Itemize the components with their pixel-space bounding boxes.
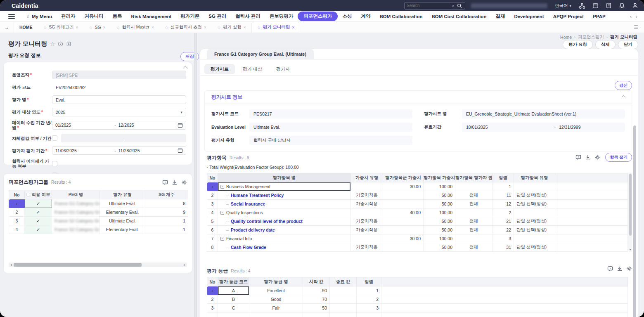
apply-checkbox-cell[interactable]: ✓ bbox=[25, 217, 52, 225]
grade-code-cell[interactable]: A bbox=[218, 286, 249, 295]
table-row[interactable]: 2 Humane Treatment Policy 가중치적용 50.00 전체… bbox=[207, 191, 628, 200]
objection-checkbox[interactable] bbox=[52, 161, 57, 166]
table-row[interactable]: 5 Quality control level of the product 가… bbox=[207, 217, 628, 226]
menu-item-approval[interactable]: 결재 bbox=[491, 12, 509, 21]
tooltip-icon[interactable] bbox=[575, 154, 581, 160]
apply-checkbox-cell[interactable]: ✓ bbox=[25, 208, 52, 217]
tab-sg[interactable]: ☆SG× bbox=[83, 22, 111, 33]
tree-collapse-icon[interactable] bbox=[220, 211, 224, 215]
scrollbar-thumb[interactable] bbox=[629, 174, 632, 236]
refresh-button[interactable]: 갱신 bbox=[615, 81, 632, 90]
item-name-cell[interactable]: Quality Inspections bbox=[218, 208, 351, 217]
select-all-checkbox[interactable] bbox=[26, 193, 30, 196]
menu-item-community[interactable]: 커뮤니티 bbox=[80, 12, 108, 21]
items-col-auth[interactable]: 평가항목 평가자 권한 bbox=[455, 173, 492, 182]
download-icon[interactable] bbox=[617, 266, 623, 272]
search-input[interactable] bbox=[407, 3, 452, 8]
calendar-icon[interactable] bbox=[178, 123, 183, 128]
menu-item-sg-management[interactable]: SG 관리 bbox=[204, 12, 231, 21]
peg-col-no[interactable]: No bbox=[9, 190, 25, 199]
collapse-section-icon[interactable] bbox=[622, 95, 626, 99]
close-icon[interactable]: × bbox=[103, 25, 106, 30]
peg-name-cell[interactable]: France S2 Category Group Eval. bbox=[52, 225, 100, 234]
menu-item-onboarding-eval[interactable]: 온보딩평가 bbox=[265, 12, 298, 21]
rater-period-range[interactable]: 11/06/2025 - 11/28/2025 bbox=[52, 146, 186, 155]
grade-code-cell[interactable]: B bbox=[218, 295, 249, 304]
items-col-name[interactable]: 평가항목 명 bbox=[218, 173, 351, 182]
tooltip-icon[interactable] bbox=[162, 180, 168, 185]
breadcrumb-home[interactable]: Home bbox=[560, 35, 572, 40]
gear-icon[interactable] bbox=[594, 154, 600, 160]
org-chart-icon[interactable] bbox=[579, 2, 585, 9]
items-col-iweight[interactable]: 평가항목 가중치 bbox=[424, 173, 455, 182]
peg-name-cell[interactable]: France S2 Category Group Eval. bbox=[52, 217, 100, 225]
tab-eval-execution[interactable]: ☆평가 실행× bbox=[212, 22, 251, 33]
grades-col-no[interactable]: No bbox=[207, 277, 218, 286]
menu-item-eval-criteria[interactable]: 평가기준 bbox=[176, 12, 204, 21]
menu-scroll-right-icon[interactable]: › bbox=[636, 14, 637, 19]
table-row[interactable]: › A Excellent 90 1 bbox=[207, 286, 628, 295]
calendar-icon[interactable] bbox=[592, 2, 599, 9]
expand-sidebar-icon[interactable]: → bbox=[0, 22, 14, 33]
tree-collapse-icon[interactable] bbox=[220, 237, 224, 241]
collapse-items-button[interactable]: 항목 접기 bbox=[605, 153, 632, 162]
menu-item-sourcing[interactable]: 소싱 bbox=[338, 12, 356, 21]
apply-checkbox-cell[interactable]: ✓ bbox=[25, 225, 52, 234]
item-name-cell[interactable]: Cash Flow Grade bbox=[218, 243, 351, 252]
table-row[interactable]: › ✓ France G1 Category Group Eval. Ultim… bbox=[9, 199, 188, 208]
item-name-cell[interactable]: Social Insurance bbox=[218, 200, 351, 208]
menu-scroll-left-icon[interactable]: ‹ bbox=[630, 14, 632, 19]
tab-eval-target[interactable]: 평가 대상 bbox=[237, 64, 268, 74]
hamburger-menu-icon[interactable] bbox=[8, 14, 15, 19]
peg-name-cell[interactable]: France G1 Category Group Eval. bbox=[52, 208, 100, 217]
table-row[interactable]: 3 C Fair 50 3 bbox=[207, 304, 628, 312]
download-icon[interactable] bbox=[585, 154, 591, 160]
tab-evaluator[interactable]: 평가자 bbox=[270, 64, 296, 74]
scrollbar-thumb[interactable] bbox=[14, 263, 142, 267]
grades-col-name[interactable]: 평가 등급 명 bbox=[249, 277, 303, 286]
horizontal-scrollbar[interactable]: ◂ ▸ bbox=[9, 263, 187, 267]
table-row[interactable]: 3 Social Insurance 가중치적용 50.00 전체 12 단일 … bbox=[207, 200, 628, 208]
collect-period-range[interactable]: 01/2025 - 12/2025 bbox=[52, 121, 186, 130]
menu-item-my-menu[interactable]: ☆My Menu bbox=[21, 12, 57, 20]
memo-icon[interactable] bbox=[605, 2, 612, 9]
table-row[interactable]: 6 Product delivery date 가중치적용 50.00 전체 2… bbox=[207, 226, 628, 234]
calendar-icon[interactable] bbox=[178, 148, 183, 153]
tab-supplier-master[interactable]: ☆협력사 Master× bbox=[111, 22, 159, 33]
item-name-cell[interactable]: Financial Info bbox=[218, 234, 351, 243]
row-selector[interactable]: › bbox=[207, 182, 218, 191]
close-icon[interactable]: × bbox=[204, 25, 206, 30]
language-selector[interactable]: 한국어 ▾ bbox=[555, 3, 571, 9]
scroll-down-icon[interactable]: ▾ bbox=[628, 248, 632, 251]
menu-item-admin[interactable]: 관리자 bbox=[57, 12, 80, 21]
table-row[interactable]: 2 ✓ France G1 Category Group Eval. Eleme… bbox=[9, 208, 188, 217]
peg-col-sg[interactable]: SG 개수 bbox=[145, 190, 188, 199]
grade-code-cell[interactable]: C bbox=[218, 304, 249, 312]
clear-search-icon[interactable]: × bbox=[452, 3, 455, 8]
items-col-gweight[interactable]: 평가항목군 가중치 bbox=[383, 173, 424, 182]
peg-col-apply[interactable]: 적용 여부 bbox=[25, 190, 52, 199]
scroll-left-icon[interactable]: ◂ bbox=[9, 263, 14, 267]
table-row[interactable]: 3 ✓ France S2 Category Group Eval. Ultim… bbox=[9, 217, 188, 225]
menu-item-bom-collaboration[interactable]: BOM Collaboration bbox=[375, 13, 427, 20]
menu-item-apqp-project[interactable]: APQP Project bbox=[549, 13, 589, 20]
apply-checkbox-cell[interactable]: ✓ bbox=[25, 199, 52, 208]
table-row[interactable]: 2 B Good 70 2 bbox=[207, 295, 628, 304]
row-selector[interactable]: › bbox=[207, 286, 218, 295]
menu-item-development[interactable]: Development bbox=[509, 13, 548, 20]
row-selector[interactable]: › bbox=[9, 199, 25, 208]
grades-col-code[interactable]: 평가 등급 코드 bbox=[218, 277, 249, 286]
tooltip-icon[interactable] bbox=[607, 266, 613, 272]
close-icon[interactable]: × bbox=[152, 25, 154, 30]
grades-col-sort[interactable]: 정렬 bbox=[357, 277, 381, 286]
menu-item-contract[interactable]: 계약 bbox=[356, 12, 375, 21]
manual-icon[interactable] bbox=[66, 41, 71, 47]
close-icon[interactable]: × bbox=[244, 25, 246, 30]
grades-col-start[interactable]: 시작 값 bbox=[303, 277, 330, 286]
tab-eval-sheet[interactable]: 평가시트 bbox=[204, 64, 235, 74]
items-col-wtype[interactable]: 가중치 유형 bbox=[351, 173, 383, 182]
tree-collapse-icon[interactable] bbox=[220, 185, 224, 189]
peg-name-cell[interactable]: France G1 Category Group Eval. bbox=[52, 199, 100, 208]
global-search[interactable]: × bbox=[404, 2, 465, 9]
eval-name-input[interactable]: Eval. bbox=[52, 95, 186, 104]
